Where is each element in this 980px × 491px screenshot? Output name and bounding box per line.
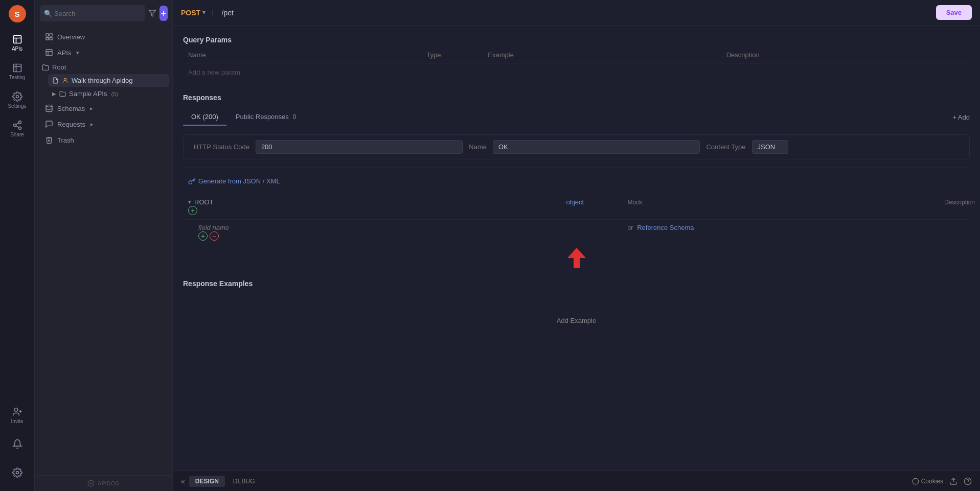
url-path[interactable]: /pet — [222, 9, 234, 17]
tab-debug[interactable]: DEBUG — [229, 476, 259, 487]
svg-rect-0 — [13, 36, 21, 43]
help-icon[interactable] — [964, 477, 972, 485]
query-params-section: Query Params Name Type Example Descripti… — [183, 36, 970, 81]
invite-icon — [12, 407, 22, 417]
http-status-input[interactable] — [256, 140, 463, 154]
cookies-button[interactable]: Cookies — [912, 478, 943, 485]
svg-rect-17 — [50, 37, 52, 40]
responses-title: Responses — [183, 93, 970, 102]
params-header: Name Type Example Description — [183, 51, 970, 63]
tree-item-walk-through[interactable]: Walk through Apidog — [48, 74, 169, 87]
filter-icon — [148, 9, 156, 17]
content-type-label: Content Type — [706, 143, 745, 151]
search-wrap: 🔍 — [40, 5, 145, 21]
cookies-icon — [912, 478, 919, 485]
schema-root-label: ▾ ROOT — [188, 198, 505, 206]
svg-point-20 — [46, 105, 52, 107]
tab-design[interactable]: DESIGN — [189, 476, 225, 487]
svg-point-7 — [14, 408, 18, 412]
main-content: POST ▾ | /pet Save Query Params Name Typ… — [173, 0, 980, 491]
upload-icon[interactable] — [949, 477, 958, 485]
nav-back-icon[interactable]: « — [181, 477, 185, 485]
query-params-title: Query Params — [183, 36, 970, 44]
add-root-field-button[interactable]: + — [188, 206, 197, 215]
content-area: Query Params Name Type Example Descripti… — [173, 26, 980, 471]
svg-line-5 — [16, 126, 19, 127]
search-input[interactable] — [40, 5, 145, 21]
tab-public-responses[interactable]: Public Responses 0 — [227, 109, 304, 126]
rail-item-invite[interactable]: Invite — [4, 402, 31, 429]
expand-chevron: ▶ — [52, 91, 56, 97]
filter-button[interactable] — [148, 6, 156, 20]
field-name-input[interactable] — [198, 224, 505, 231]
doc-icon — [52, 77, 59, 84]
examples-empty-state: Add Example — [183, 295, 970, 346]
share-icon — [12, 120, 22, 130]
rail-item-apis[interactable]: APIs — [4, 30, 31, 56]
save-button[interactable]: Save — [936, 5, 972, 20]
apis-nav-icon — [45, 49, 53, 57]
settings-icon — [12, 91, 22, 102]
response-fields: HTTP Status Code Name Content Type JSON … — [183, 134, 970, 159]
add-button[interactable] — [159, 6, 168, 21]
content-type-select[interactable]: JSON XML Text — [752, 140, 788, 154]
svg-rect-18 — [46, 50, 52, 56]
bottom-bar: « DESIGN DEBUG Cookies — [173, 471, 980, 491]
add-field-button[interactable]: + — [198, 231, 208, 241]
sidebar-item-apis[interactable]: APIs ▾ — [38, 45, 169, 60]
svg-rect-16 — [46, 37, 49, 40]
svg-marker-11 — [149, 10, 155, 16]
rail-item-settings[interactable]: Settings — [4, 87, 31, 113]
reference-schema-link[interactable]: Reference Schema — [637, 224, 694, 231]
collapse-chevron-icon[interactable]: ▾ — [188, 199, 191, 205]
svg-point-19 — [64, 78, 66, 80]
name-input[interactable] — [493, 140, 700, 154]
remove-field-button[interactable]: − — [210, 231, 219, 241]
rail-item-testing[interactable]: Testing — [4, 58, 31, 85]
plus-icon — [159, 9, 168, 17]
response-examples-section: Response Examples Add Example — [183, 279, 970, 346]
bottom-actions: Cookies — [912, 477, 972, 485]
method-selector[interactable]: POST ▾ — [181, 9, 206, 17]
generate-icon — [188, 178, 195, 185]
sidebar-tree: Root Walk through Apidog ▶ — [35, 61, 172, 100]
schema-child-row: or Reference Schema + − — [183, 220, 970, 245]
add-response-button[interactable]: + Add — [952, 109, 970, 125]
sidebar-item-overview[interactable]: Overview — [38, 29, 169, 44]
trash-icon — [45, 136, 53, 144]
sidebar-item-trash[interactable]: Trash — [38, 132, 169, 148]
tree-child-section: Walk through Apidog ▶ Sample APIs (5) — [38, 74, 169, 100]
search-icon: 🔍 — [44, 10, 52, 17]
svg-rect-14 — [46, 34, 49, 36]
svg-point-4 — [18, 127, 21, 129]
apis-icon — [12, 34, 22, 44]
rail-item-gear[interactable] — [4, 459, 31, 486]
response-tabs: OK (200) Public Responses 0 + Add — [183, 109, 970, 126]
svg-point-2 — [18, 121, 21, 124]
tree-root-folder[interactable]: Root — [38, 61, 169, 74]
svg-point-23 — [913, 478, 919, 484]
tab-ok200[interactable]: OK (200) — [183, 109, 226, 126]
generate-from-json-button[interactable]: Generate from JSON / XML — [183, 173, 970, 189]
content-type-select-wrap: JSON XML Text — [752, 140, 959, 154]
svg-point-3 — [13, 124, 16, 127]
schema-table: ▾ ROOT object Mock Description + or — [183, 194, 970, 269]
add-param-row[interactable]: Add a new param — [183, 63, 970, 81]
rail-item-notifications[interactable] — [4, 431, 31, 457]
svg-marker-22 — [567, 248, 586, 268]
top-bar: POST ▾ | /pet Save — [173, 0, 980, 26]
schema-root-row: ▾ ROOT object Mock Description + — [183, 194, 970, 220]
rail-item-share[interactable]: Share — [4, 115, 31, 142]
response-examples-title: Response Examples — [183, 279, 970, 288]
apidog-logo-icon — [87, 480, 95, 487]
avatar[interactable]: S — [9, 5, 26, 22]
svg-line-6 — [16, 123, 19, 124]
tree-item-sample-apis[interactable]: ▶ Sample APIs (5) — [48, 87, 169, 100]
overview-icon — [45, 33, 53, 41]
svg-point-1 — [16, 96, 18, 98]
sidebar-item-requests[interactable]: Requests ▸ — [38, 116, 169, 132]
sidebar-item-schemas[interactable]: Schemas ▸ — [38, 101, 169, 116]
add-example-button[interactable]: Add Example — [557, 317, 596, 324]
folder-icon — [42, 64, 49, 71]
svg-point-10 — [16, 472, 18, 474]
